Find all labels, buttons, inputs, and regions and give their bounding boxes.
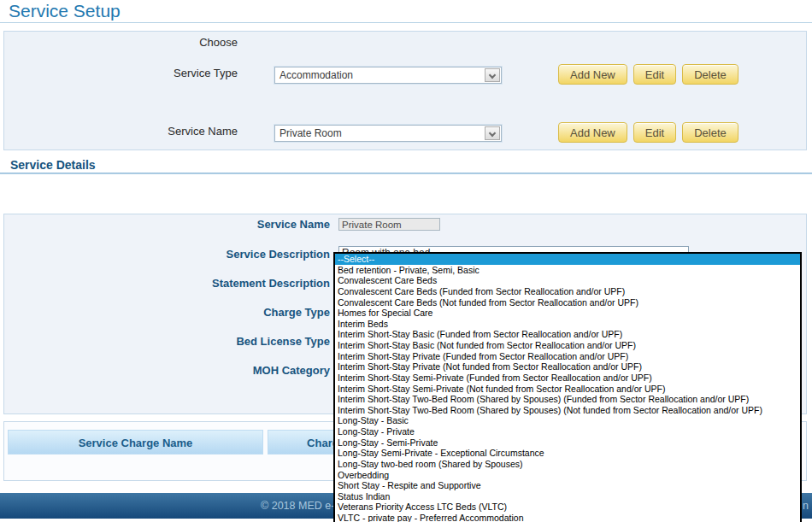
- dropdown-option[interactable]: Convalescent Care Beds (Not funded from …: [335, 297, 800, 308]
- dropdown-option[interactable]: Long-Stay - Semi-Private: [335, 437, 800, 449]
- details-service-name-input[interactable]: Private Room: [338, 218, 440, 231]
- moh-category-open-dropdown[interactable]: --Select-- Bed retention - Private, Semi…: [333, 252, 802, 522]
- service-type-select-value: Accommodation: [279, 69, 353, 81]
- dropdown-option[interactable]: Bed retention - Private, Semi, Basic: [335, 265, 800, 276]
- chevron-down-icon: [489, 72, 496, 79]
- dropdown-option[interactable]: Interim Beds: [335, 319, 800, 330]
- dropdown-option[interactable]: Interim Short-Stay Basic (Funded from Se…: [335, 329, 800, 340]
- service-name-select-arrow[interactable]: [485, 126, 500, 140]
- service-type-select[interactable]: Accommodation: [274, 67, 502, 84]
- service-name-select-value: Private Room: [279, 127, 342, 139]
- dropdown-option[interactable]: Convalescent Care Beds (Funded from Sect…: [335, 286, 800, 297]
- service-type-edit-button[interactable]: Edit: [633, 64, 676, 85]
- dropdown-option[interactable]: Long-Stay two-bed room (Shared by Spouse…: [335, 459, 800, 470]
- dropdown-option[interactable]: Short Stay - Respite and Supportive: [335, 480, 800, 491]
- dropdown-option[interactable]: Long-Stay - Private: [335, 426, 800, 437]
- charges-table-header-service-charge-name: Service Charge Name: [8, 430, 263, 455]
- dropdown-option[interactable]: Veterans Priority Access LTC Beds (VLTC): [335, 501, 800, 513]
- details-statement-description-label: Statement Description: [90, 277, 330, 290]
- service-name-add-new-button[interactable]: Add New: [558, 122, 627, 143]
- footer-copyright-text: © 2018 MED e-C: [261, 493, 342, 519]
- dropdown-option[interactable]: Homes for Special Care: [335, 308, 800, 319]
- dropdown-option[interactable]: Interim Short-Stay Two-Bed Room (Shared …: [335, 405, 800, 416]
- dropdown-option[interactable]: Overbedding: [335, 470, 800, 481]
- dropdown-option[interactable]: Interim Short-Stay Basic (Not funded fro…: [335, 340, 800, 351]
- service-details-heading: Service Details: [10, 158, 96, 172]
- dropdown-option[interactable]: Status Indian: [335, 491, 800, 502]
- service-type-delete-button[interactable]: Delete: [682, 64, 738, 85]
- dropdown-option[interactable]: Interim Short-Stay Semi-Private (Funded …: [335, 372, 800, 384]
- service-name-label: Service Name: [86, 125, 238, 138]
- service-details-divider: [0, 173, 812, 174]
- details-service-description-label: Service Description: [90, 248, 330, 261]
- details-charge-type-label: Charge Type: [90, 306, 330, 319]
- dropdown-option[interactable]: Long-Stay Semi-Private - Exceptional Cir…: [335, 448, 800, 459]
- footer-text-fragment: n .: [803, 493, 812, 519]
- service-name-edit-button[interactable]: Edit: [633, 122, 676, 143]
- dropdown-option[interactable]: Interim Short-Stay Semi-Private (Not fun…: [335, 384, 800, 395]
- choose-label: Choose: [86, 36, 238, 49]
- service-name-delete-button[interactable]: Delete: [682, 122, 738, 143]
- page-title: Service Setup: [9, 1, 121, 21]
- dropdown-option[interactable]: Convalescent Care Beds: [335, 275, 800, 286]
- title-divider: [0, 22, 812, 23]
- dropdown-option[interactable]: Interim Short-Stay Private (Not funded f…: [335, 361, 800, 372]
- dropdown-option[interactable]: Long-Stay - Basic: [335, 415, 800, 426]
- details-bed-license-type-label: Bed License Type: [90, 335, 330, 348]
- service-type-select-arrow[interactable]: [485, 68, 500, 82]
- dropdown-option-selected[interactable]: --Select--: [335, 254, 800, 265]
- details-moh-category-label: MOH Category: [90, 364, 330, 377]
- service-name-buttons: Add New Edit Delete: [558, 122, 738, 143]
- dropdown-option[interactable]: Interim Short-Stay Two-Bed Room (Shared …: [335, 394, 800, 405]
- details-service-name-label: Service Name: [90, 218, 330, 231]
- chevron-down-icon: [489, 130, 496, 137]
- service-type-add-new-button[interactable]: Add New: [558, 64, 627, 85]
- dropdown-option[interactable]: Interim Short-Stay Private (Funded from …: [335, 351, 800, 362]
- dropdown-option[interactable]: VLTC - private pay - Preferred Accommoda…: [335, 513, 800, 522]
- service-name-select[interactable]: Private Room: [274, 125, 502, 142]
- service-setup-panel: Choose Service Type Service Name Accommo…: [3, 31, 807, 150]
- service-type-label: Service Type: [86, 67, 238, 79]
- service-type-buttons: Add New Edit Delete: [558, 64, 738, 85]
